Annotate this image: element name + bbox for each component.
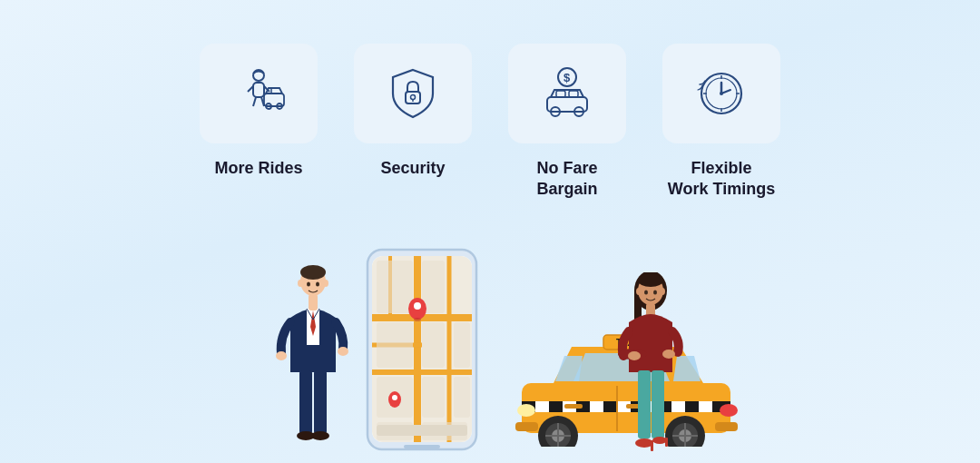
svg-rect-60 xyxy=(454,377,470,418)
svg-rect-55 xyxy=(377,322,413,368)
svg-rect-87 xyxy=(665,438,668,447)
svg-rect-68 xyxy=(377,425,467,436)
person-man-illustration xyxy=(272,263,354,454)
shield-lock-icon xyxy=(384,64,442,123)
svg-point-24 xyxy=(720,92,723,95)
feature-flexible-timings: FlexibleWork Timings xyxy=(662,44,780,201)
svg-point-42 xyxy=(307,282,310,287)
illustration-area: TAXI xyxy=(218,209,762,463)
svg-rect-10 xyxy=(406,92,420,103)
svg-point-30 xyxy=(300,265,326,280)
svg-rect-59 xyxy=(422,377,445,418)
flexible-timings-label: FlexibleWork Timings xyxy=(668,158,775,201)
no-fare-label: No FareBargain xyxy=(536,158,597,201)
svg-point-67 xyxy=(392,395,397,400)
svg-point-65 xyxy=(414,318,421,321)
svg-point-76 xyxy=(660,288,665,295)
svg-rect-83 xyxy=(652,370,664,438)
svg-rect-34 xyxy=(314,370,327,434)
features-row: More Rides Security $ xyxy=(0,0,980,201)
svg-rect-56 xyxy=(422,322,445,368)
svg-point-43 xyxy=(316,282,319,287)
svg-rect-85 xyxy=(651,440,653,451)
no-fare-icon-box: $ xyxy=(508,44,626,143)
svg-point-64 xyxy=(414,302,421,310)
svg-rect-53 xyxy=(377,261,413,313)
svg-rect-100 xyxy=(564,404,583,409)
car-dollar-icon: $ xyxy=(538,64,596,123)
svg-point-11 xyxy=(411,95,416,100)
flexible-timings-icon-box xyxy=(662,44,780,143)
clock-icon xyxy=(692,64,750,123)
svg-rect-82 xyxy=(638,370,651,438)
svg-rect-17 xyxy=(569,91,578,97)
driver-car-icon xyxy=(230,64,288,123)
svg-rect-69 xyxy=(404,445,440,448)
svg-text:$: $ xyxy=(564,71,571,84)
svg-rect-91 xyxy=(549,401,563,412)
svg-point-86 xyxy=(652,437,667,444)
svg-rect-57 xyxy=(454,322,470,368)
person-woman-illustration xyxy=(612,272,690,454)
svg-line-4 xyxy=(253,97,256,106)
svg-point-41 xyxy=(323,280,328,287)
more-rides-label: More Rides xyxy=(214,158,302,179)
svg-point-75 xyxy=(636,288,642,295)
svg-point-103 xyxy=(720,404,738,417)
svg-point-81 xyxy=(662,350,675,359)
security-label: Security xyxy=(380,158,445,179)
svg-rect-39 xyxy=(309,294,318,310)
security-icon-box xyxy=(354,44,472,143)
feature-more-rides: More Rides xyxy=(200,44,318,201)
svg-point-40 xyxy=(298,280,303,287)
svg-point-80 xyxy=(628,351,641,360)
svg-rect-16 xyxy=(556,91,565,97)
more-rides-icon-box xyxy=(200,44,318,143)
svg-rect-1 xyxy=(253,83,264,97)
feature-security: Security xyxy=(354,44,472,201)
svg-point-73 xyxy=(638,274,663,287)
svg-rect-101 xyxy=(515,422,538,431)
svg-point-102 xyxy=(517,404,535,417)
svg-rect-33 xyxy=(299,370,312,434)
svg-point-78 xyxy=(653,291,657,295)
phone-map-illustration xyxy=(363,245,481,454)
svg-point-37 xyxy=(276,351,287,360)
svg-rect-104 xyxy=(715,422,738,431)
svg-rect-15 xyxy=(547,97,587,112)
svg-point-77 xyxy=(644,291,648,295)
svg-point-36 xyxy=(311,431,329,440)
svg-point-38 xyxy=(338,347,348,356)
feature-no-fare-bargain: $ No FareBargain xyxy=(508,44,626,201)
